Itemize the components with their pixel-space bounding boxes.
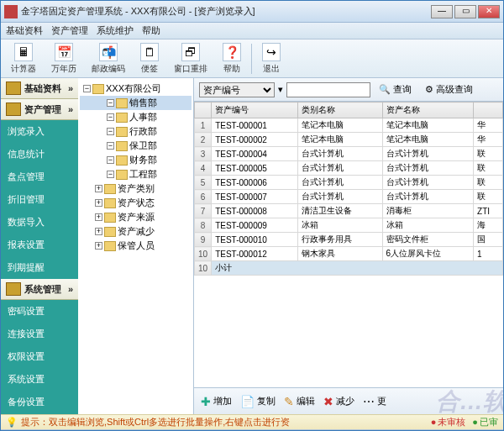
tree-node[interactable]: −工程部: [80, 167, 192, 181]
folder-icon: [104, 198, 116, 208]
expand-icon[interactable]: −: [107, 142, 114, 150]
expand-icon[interactable]: −: [107, 156, 114, 164]
folder-icon: [6, 282, 21, 296]
toolbar-icon: 🖩: [14, 43, 33, 61]
toolbar-窗口重排[interactable]: 🗗窗口重排: [169, 41, 213, 76]
expand-icon[interactable]: +: [95, 185, 102, 192]
toolbar-icon: 📅: [55, 43, 73, 61]
sidebar-item[interactable]: 密码设置: [1, 300, 78, 323]
expand-icon[interactable]: +: [95, 242, 102, 250]
expand-icon[interactable]: +: [95, 228, 102, 235]
maximize-button[interactable]: ▭: [454, 5, 476, 18]
menu-item[interactable]: 资产管理: [51, 24, 88, 37]
add-button[interactable]: ✚增加: [201, 395, 232, 408]
sidebar-item[interactable]: 到期提醒: [1, 256, 78, 279]
tree-node[interactable]: −行政部: [80, 124, 192, 139]
table-row[interactable]: 3TEST-000004台式计算机台式计算机联: [195, 147, 503, 161]
tree-node[interactable]: −销售部: [80, 96, 192, 110]
expand-icon[interactable]: +: [95, 199, 102, 207]
toolbar-icon: 📬: [99, 43, 118, 61]
table-row[interactable]: 8TEST-000009冰箱冰箱海: [195, 218, 503, 233]
table-row[interactable]: 4TEST-000005台式计算机台式计算机联: [195, 161, 503, 176]
column-header[interactable]: 资产编号: [212, 102, 298, 118]
expand-icon[interactable]: +: [95, 213, 102, 221]
search-input[interactable]: [286, 82, 370, 97]
toolbar-万年历[interactable]: 📅万年历: [46, 41, 81, 76]
table-row[interactable]: 10TEST-000012钢木家具6人位屏风卡位1: [195, 247, 503, 261]
table-row[interactable]: 5TEST-000006台式计算机台式计算机联: [195, 176, 503, 190]
sidebar-item[interactable]: 报表设置: [1, 234, 78, 256]
menubar: 基础资料 资产管理 系统维护 帮助: [1, 23, 503, 39]
copy-icon: 📄: [240, 395, 255, 408]
close-button[interactable]: ✕: [478, 5, 500, 18]
sidebar-item[interactable]: 权限设置: [1, 345, 78, 368]
chevron-icon: »: [68, 83, 73, 93]
tree-node[interactable]: −XXX有限公司: [80, 81, 192, 96]
edit-button[interactable]: ✎编辑: [284, 395, 315, 408]
toolbar-计算器[interactable]: 🖩计算器: [6, 41, 41, 76]
folder-icon: [6, 81, 21, 95]
expand-icon[interactable]: −: [107, 128, 114, 135]
dropdown-icon: ▾: [278, 84, 283, 95]
tree-node[interactable]: −保卫部: [80, 139, 192, 153]
sidebar-item[interactable]: 系统设置: [1, 368, 78, 391]
column-header[interactable]: 资产名称: [382, 102, 474, 118]
tree-node[interactable]: +资产减少: [80, 224, 192, 239]
search-bar: 资产编号 ▾ 🔍查询 ⚙高级查询: [194, 78, 503, 102]
toolbar-icon: ❓: [223, 43, 241, 61]
sidebar-item[interactable]: 盘点管理: [1, 166, 78, 188]
sidebar-item[interactable]: 备份设置: [1, 391, 78, 413]
sidebar-item[interactable]: 连接设置: [1, 323, 78, 345]
summary-row: 10小计: [195, 261, 503, 276]
table-row[interactable]: 6TEST-000007台式计算机台式计算机联: [195, 190, 503, 204]
menu-item[interactable]: 帮助: [142, 24, 160, 37]
hint-bar: 💡 提示：双击编辑浏览,Shift或Ctrl多选进行批量操作,右键点击进行资 未…: [1, 414, 503, 429]
side-group-header[interactable]: 系统管理»: [1, 279, 78, 300]
toolbar: 🖩计算器📅万年历📬邮政编码🗒便签🗗窗口重排❓帮助↪退出: [1, 39, 503, 78]
tree-node[interactable]: +资产来源: [80, 210, 192, 224]
table-row[interactable]: 1TEST-000001笔记本电脑笔记本电脑华: [195, 118, 503, 133]
expand-icon[interactable]: −: [107, 113, 114, 121]
legend-unaudited: 未审核: [431, 416, 466, 428]
expand-icon[interactable]: −: [83, 85, 91, 92]
table-row[interactable]: 7TEST-000008清洁卫生设备消毒柜ZTI: [195, 204, 503, 218]
hint-text: 提示：双击编辑浏览,Shift或Ctrl多选进行批量操作,右键点击进行资: [21, 416, 290, 428]
copy-button[interactable]: 📄复制: [240, 395, 276, 408]
advanced-query-button[interactable]: ⚙高级查询: [420, 81, 478, 97]
sidebar-item[interactable]: 数据导入: [1, 211, 78, 234]
minimize-button[interactable]: —: [431, 5, 453, 18]
chevron-icon: »: [68, 104, 73, 114]
delete-button[interactable]: ✖减少: [323, 395, 354, 408]
tree-node[interactable]: −人事部: [80, 110, 192, 124]
sidebar-item[interactable]: 浏览录入: [1, 120, 78, 143]
tree-node[interactable]: +资产状态: [80, 196, 192, 210]
toolbar-icon: 🗒: [140, 43, 159, 61]
toolbar-邮政编码[interactable]: 📬邮政编码: [87, 41, 130, 76]
menu-item[interactable]: 系统维护: [97, 24, 134, 37]
tree-node[interactable]: +资产类别: [80, 181, 192, 196]
more-button[interactable]: ⋯更: [363, 395, 386, 408]
sidebar-item[interactable]: 信息统计: [1, 143, 78, 166]
tree-node[interactable]: −财务部: [80, 153, 192, 167]
toolbar-退出[interactable]: ↪退出: [257, 41, 286, 76]
folder-icon: [116, 98, 128, 108]
table-row[interactable]: 9TEST-000010行政事务用具密码文件柜国: [195, 233, 503, 247]
table-row[interactable]: 2TEST-000002笔记本电脑笔记本电脑华: [195, 133, 503, 147]
menu-item[interactable]: 基础资料: [6, 24, 43, 37]
expand-icon[interactable]: −: [107, 171, 114, 178]
column-header[interactable]: 类别名称: [298, 102, 382, 118]
side-group-header[interactable]: 资产管理»: [1, 99, 78, 120]
sidebar-item[interactable]: 系统日志: [1, 413, 78, 414]
action-bar: ✚增加 📄复制 ✎编辑 ✖减少 ⋯更 合…软件园: [194, 387, 503, 414]
expand-icon[interactable]: −: [107, 99, 114, 107]
tree-node[interactable]: +保管人员: [80, 239, 192, 253]
search-field-select[interactable]: 资产编号: [199, 82, 275, 97]
sidebar-item[interactable]: 折旧管理: [1, 188, 78, 211]
toolbar-帮助[interactable]: ❓帮助: [218, 41, 246, 76]
folder-icon: [104, 213, 116, 223]
toolbar-便签[interactable]: 🗒便签: [135, 41, 164, 76]
tree-panel: −XXX有限公司−销售部−人事部−行政部−保卫部−财务部−工程部+资产类别+资产…: [78, 78, 194, 414]
side-group-header[interactable]: 基础资料»: [1, 78, 78, 99]
data-grid[interactable]: 资产编号类别名称资产名称1TEST-000001笔记本电脑笔记本电脑华2TEST…: [194, 102, 503, 387]
query-button[interactable]: 🔍查询: [374, 81, 417, 97]
